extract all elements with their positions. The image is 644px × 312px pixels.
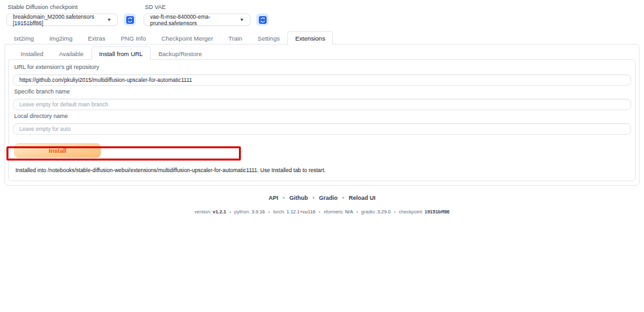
chevron-down-icon: ▼ [107,17,111,22]
main-tab-extensions[interactable]: Extensions [287,31,332,44]
extensions-panel: InstalledAvailableInstall from URLBackup… [5,44,639,186]
stable-diffusion-webui: Stable Diffusion checkpoint breakdomain_… [0,0,644,312]
chevron-down-icon: ▼ [240,17,244,22]
main-tab-train[interactable]: Train [221,31,250,44]
main-tab-img2img[interactable]: img2img [42,31,80,44]
footer-link[interactable]: API [269,195,289,201]
vae-value: vae-ft-mse-840000-ema-pruned.safetensors [150,14,236,26]
extensions-tab-backup-restore[interactable]: Backup/Restore [151,46,210,60]
version-item-torch-: torch:1.12.1+cu116 [273,209,324,215]
main-tab-txt2img[interactable]: txt2img [6,31,42,44]
checkpoint-group: Stable Diffusion checkpoint breakdomain_… [6,3,136,26]
main-tab-settings[interactable]: Settings [250,31,287,44]
vae-group: SD VAE vae-ft-mse-840000-ema-pruned.safe… [144,3,269,26]
main-tab-bar: txt2imgimg2imgExtrasPNG InfoCheckpoint M… [0,31,644,44]
refresh-icon [126,16,134,24]
refresh-icon [259,16,267,24]
install-button[interactable]: Install [14,143,101,158]
footer-link[interactable]: Reload UI [348,195,375,201]
extensions-tab-install-from-url[interactable]: Install from URL [91,46,151,60]
checkpoint-dropdown[interactable]: breakdomain_M2000.safetensors [19151bff8… [6,14,118,26]
install-status-message: Installed into /notebooks/stable-diffusi… [14,165,630,175]
extensions-tab-bar: InstalledAvailableInstall from URLBackup… [8,46,636,59]
vae-dropdown[interactable]: vae-ft-mse-840000-ema-pruned.safetensors… [144,14,251,26]
version-item-xformers-: xformers:N/A [323,209,361,215]
checkpoint-label: Stable Diffusion checkpoint [8,4,135,10]
version-item-gradio-: gradio:3.29.0 [361,209,399,215]
footer: APIGithubGradioReload UI version:v1.2.1p… [0,191,644,216]
local-dir-label: Local directory name [14,113,630,119]
version-item-checkpoint-: checkpoint:19151bff86 [399,209,450,215]
git-url-input[interactable] [13,74,631,86]
vae-label: SD VAE [145,4,267,10]
vae-refresh-button[interactable] [256,14,269,26]
footer-links: APIGithubGradioReload UI [0,191,644,202]
version-item-python-: python:3.9.16 [234,209,273,215]
extensions-tab-installed[interactable]: Installed [13,46,51,60]
install-from-url-panel: URL for extension's git repository Speci… [8,59,636,181]
local-dir-input[interactable] [13,123,631,135]
version-item-version-: version:v1.2.1 [194,209,234,215]
footer-link[interactable]: Gradio [319,195,348,201]
checkpoint-refresh-button[interactable] [124,14,136,26]
git-url-label: URL for extension's git repository [14,64,630,70]
main-tab-png-info[interactable]: PNG Info [113,31,153,44]
main-tab-extras[interactable]: Extras [80,31,113,44]
branch-name-input[interactable] [13,99,631,110]
version-info: version:v1.2.1python:3.9.16torch:1.12.1+… [0,204,644,216]
footer-link[interactable]: Github [289,195,319,201]
extensions-tab-available[interactable]: Available [51,46,91,60]
quicksettings-bar: Stable Diffusion checkpoint breakdomain_… [0,0,644,27]
branch-name-label: Specific branch name [14,88,630,95]
checkpoint-value: breakdomain_M2000.safetensors [19151bff8… [13,14,103,26]
main-tab-checkpoint-merger[interactable]: Checkpoint Merger [154,31,221,44]
